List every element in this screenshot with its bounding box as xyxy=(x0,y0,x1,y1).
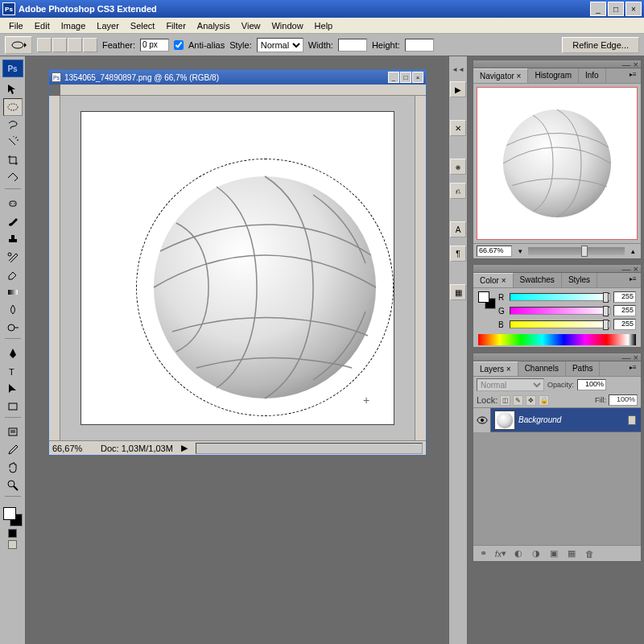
blur-tool[interactable] xyxy=(3,301,23,319)
panel-menu-icon[interactable]: ▸≡ xyxy=(630,364,639,372)
antialias-checkbox[interactable] xyxy=(174,40,184,50)
opacity-value[interactable]: 100% xyxy=(577,379,606,390)
status-zoom[interactable]: 66,67% xyxy=(52,444,93,453)
tab-swatches[interactable]: Swatches xyxy=(514,273,562,287)
zoom-in-icon[interactable]: ▴ xyxy=(628,246,638,256)
panel-menu-icon[interactable]: ▸≡ xyxy=(630,71,639,79)
tab-paths[interactable]: Paths xyxy=(566,361,601,376)
stamp-tool[interactable] xyxy=(3,230,23,248)
selection-add-button[interactable] xyxy=(52,38,67,52)
history-brush-tool[interactable] xyxy=(3,248,23,266)
menu-select[interactable]: Select xyxy=(125,19,161,33)
scrollbar-horizontal[interactable] xyxy=(196,443,423,454)
navigator-zoom-value[interactable]: 66.67% xyxy=(477,246,512,257)
panel-menu-icon[interactable]: ▸≡ xyxy=(630,275,639,283)
layer-list[interactable]: Background xyxy=(473,408,641,545)
menu-analysis[interactable]: Analysis xyxy=(192,19,236,33)
menu-filter[interactable]: Filter xyxy=(160,19,191,33)
ruler-vertical[interactable] xyxy=(49,96,60,440)
document-titlebar[interactable]: Ps 1354065_74890897.png @ 66,7% (RGB/8) … xyxy=(49,70,426,85)
panel-collapse-icon[interactable]: — xyxy=(622,60,631,69)
adjustment-layer-icon[interactable]: ◑ xyxy=(530,548,543,559)
hand-tool[interactable] xyxy=(3,459,23,477)
menu-edit[interactable]: Edit xyxy=(29,19,56,33)
link-layers-icon[interactable]: ⚭ xyxy=(477,548,489,559)
menu-help[interactable]: Help xyxy=(309,19,339,33)
delete-layer-icon[interactable]: 🗑 xyxy=(583,548,596,559)
quickmask-button[interactable] xyxy=(8,529,17,538)
dock-character-icon[interactable]: A xyxy=(450,221,466,237)
dock-tool-presets-icon[interactable]: ✕ xyxy=(450,120,466,136)
color-swatch[interactable] xyxy=(478,291,496,309)
layer-group-icon[interactable]: ▣ xyxy=(547,548,560,559)
navigator-preview[interactable] xyxy=(477,87,638,240)
close-button[interactable]: × xyxy=(625,2,642,16)
layer-visibility-icon[interactable] xyxy=(473,408,491,432)
panel-close-icon[interactable]: × xyxy=(634,353,638,362)
style-select[interactable]: Normal xyxy=(257,38,303,52)
brush-tool[interactable] xyxy=(3,213,23,230)
wand-tool[interactable] xyxy=(3,134,23,151)
selection-new-button[interactable] xyxy=(37,38,52,52)
type-tool[interactable]: T xyxy=(3,362,23,380)
panel-collapse-icon[interactable]: — xyxy=(622,264,631,274)
gradient-tool[interactable] xyxy=(3,283,23,301)
move-tool[interactable] xyxy=(3,80,23,98)
menu-image[interactable]: Image xyxy=(56,19,92,33)
refine-edge-button[interactable]: Refine Edge... xyxy=(562,37,639,53)
zoom-out-icon[interactable]: ▾ xyxy=(515,246,525,256)
notes-tool[interactable] xyxy=(3,423,23,441)
r-value[interactable]: 255 xyxy=(613,291,636,303)
layer-row[interactable]: Background xyxy=(473,408,641,432)
color-well[interactable] xyxy=(3,507,23,526)
color-spectrum[interactable] xyxy=(478,334,636,345)
menu-file[interactable]: File xyxy=(3,19,29,33)
layer-name[interactable]: Background xyxy=(518,415,628,424)
menu-layer[interactable]: Layer xyxy=(91,19,125,33)
crop-tool[interactable] xyxy=(3,151,23,169)
layer-thumbnail[interactable] xyxy=(494,411,515,430)
dock-actions-icon[interactable]: ▶ xyxy=(450,81,466,97)
g-slider[interactable] xyxy=(510,307,610,315)
doc-close-button[interactable]: × xyxy=(412,72,423,83)
lock-pixels-icon[interactable]: ✎ xyxy=(513,395,523,406)
feather-input[interactable] xyxy=(140,39,169,52)
maximize-button[interactable]: □ xyxy=(608,2,624,16)
lasso-tool[interactable] xyxy=(3,116,23,134)
foreground-color-icon[interactable] xyxy=(3,507,16,520)
new-layer-icon[interactable]: ▦ xyxy=(565,548,578,559)
tool-preset-button[interactable] xyxy=(5,36,32,54)
canvas-area[interactable]: + xyxy=(60,96,415,440)
tab-navigator[interactable]: Navigator × xyxy=(473,68,528,83)
eraser-tool[interactable] xyxy=(3,266,23,283)
shape-tool[interactable] xyxy=(3,398,23,415)
panel-close-icon[interactable]: × xyxy=(634,264,638,274)
lock-all-icon[interactable]: 🔒 xyxy=(539,395,549,406)
tab-channels[interactable]: Channels xyxy=(518,361,566,376)
dock-paragraph-icon[interactable]: ¶ xyxy=(450,246,466,262)
heal-tool[interactable] xyxy=(3,195,23,213)
dodge-tool[interactable] xyxy=(3,319,23,336)
status-docsize[interactable]: Doc: 1,03M/1,03M xyxy=(101,444,173,453)
dock-brushes-icon[interactable]: ⎈ xyxy=(450,159,466,175)
b-slider[interactable] xyxy=(510,320,610,328)
dock-layercomps-icon[interactable]: ▦ xyxy=(450,284,466,300)
doc-minimize-button[interactable]: _ xyxy=(388,72,399,83)
lock-position-icon[interactable]: ✥ xyxy=(526,395,536,406)
zoom-tool[interactable] xyxy=(3,477,23,494)
selection-subtract-button[interactable] xyxy=(68,38,82,52)
pen-tool[interactable] xyxy=(3,345,23,362)
layer-mask-icon[interactable]: ◐ xyxy=(512,548,525,559)
tab-layers[interactable]: Layers × xyxy=(473,361,518,376)
g-value[interactable]: 255 xyxy=(613,305,636,316)
tab-color[interactable]: Color × xyxy=(473,273,514,287)
selection-intersect-button[interactable] xyxy=(83,38,97,52)
doc-maximize-button[interactable]: □ xyxy=(400,72,411,83)
tab-histogram[interactable]: Histogram xyxy=(528,68,579,83)
ruler-horizontal[interactable] xyxy=(60,85,426,96)
dock-clone-icon[interactable]: ⎌ xyxy=(450,183,466,199)
screenmode-button[interactable] xyxy=(8,540,17,549)
eyedropper-tool[interactable] xyxy=(3,441,23,459)
lock-transparent-icon[interactable]: ◫ xyxy=(500,395,510,406)
tab-styles[interactable]: Styles xyxy=(562,273,597,287)
